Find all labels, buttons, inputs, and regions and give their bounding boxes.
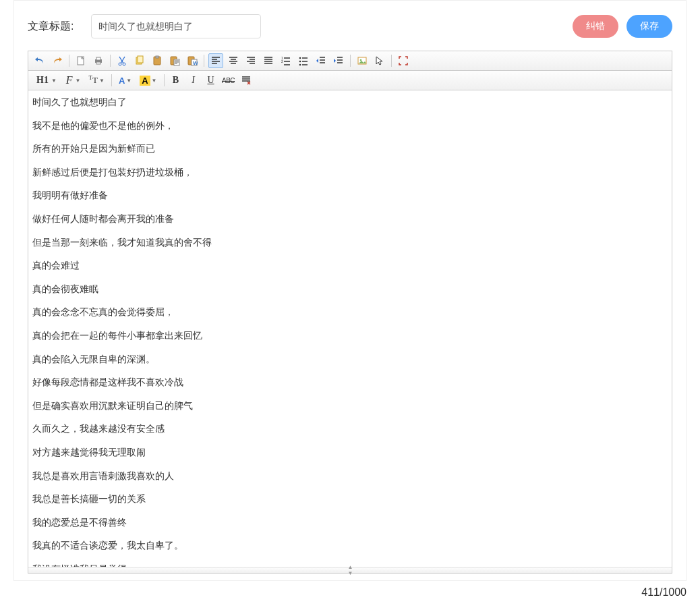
svg-rect-7 (138, 56, 143, 63)
svg-point-17 (299, 57, 301, 59)
paragraph[interactable]: 新鲜感过后便是打包装好扔进垃圾桶， (32, 166, 668, 179)
text-color-dropdown[interactable]: A▼ (117, 74, 133, 87)
cut-icon[interactable] (115, 53, 129, 68)
svg-point-21 (360, 59, 362, 61)
paragraph[interactable]: 但是当那一刻来临，我才知道我真的舍不得 (32, 236, 668, 250)
toolbar-row-1: W 12 (28, 51, 672, 71)
align-left-icon[interactable] (208, 53, 223, 68)
align-justify-icon[interactable] (261, 53, 276, 68)
print-icon[interactable] (91, 53, 106, 68)
insert-image-icon[interactable] (355, 53, 370, 68)
svg-text:2: 2 (281, 59, 283, 63)
save-button[interactable]: 保存 (626, 15, 672, 38)
article-title-input[interactable] (91, 14, 261, 38)
svg-text:W: W (193, 60, 198, 66)
highlight-color-dropdown[interactable]: A▼ (138, 74, 158, 87)
resize-handle[interactable]: ▲▼ (28, 567, 672, 573)
title-row: 文章标题: 纠错 保存 (28, 14, 672, 38)
paragraph[interactable]: 所有的开始只是因为新鲜而已 (32, 142, 668, 156)
italic-button[interactable]: I (186, 73, 201, 88)
indent-icon[interactable] (331, 53, 346, 68)
paragraph[interactable]: 我不是他的偏爱也不是他的例外， (32, 119, 668, 133)
paragraph[interactable]: 我的恋爱总是不得善终 (32, 516, 668, 530)
editor-card: 文章标题: 纠错 保存 W (13, 0, 687, 581)
paragraph[interactable]: 真的会把在一起的每件小事都拿出来回忆 (32, 329, 668, 343)
paragraph[interactable]: 好像每段恋情都是这样我不喜欢冷战 (32, 376, 668, 389)
font-family-dropdown[interactable]: F▼ (63, 74, 82, 87)
paragraph[interactable]: 时间久了也就想明白了 (32, 96, 668, 109)
char-count-max: 1000 (662, 586, 687, 598)
svg-rect-2 (96, 57, 100, 60)
align-right-icon[interactable] (243, 53, 258, 68)
paragraph[interactable]: 久而久之，我越来越没有安全感 (32, 422, 668, 436)
char-count-current: 411 (641, 586, 660, 598)
heading-dropdown[interactable]: H1▼ (34, 74, 58, 87)
title-label: 文章标题: (28, 20, 74, 34)
paragraph[interactable]: 真的会彻夜难眠 (32, 283, 668, 296)
grip-icon: ▲▼ (348, 564, 353, 576)
paste-text-icon[interactable] (167, 53, 182, 68)
paragraph[interactable]: 我总是喜欢用言语刺激我喜欢的人 (32, 470, 668, 483)
svg-point-18 (299, 61, 301, 63)
paste-special-icon[interactable]: W (185, 53, 200, 68)
clear-format-icon[interactable] (239, 73, 254, 88)
outdent-icon[interactable] (314, 53, 328, 68)
new-doc-icon[interactable] (74, 53, 88, 68)
select-element-icon[interactable] (372, 53, 387, 68)
underline-button[interactable]: U (204, 73, 218, 88)
svg-rect-9 (156, 56, 158, 58)
paragraph[interactable]: 我真的不适合谈恋爱，我太自卑了。 (32, 539, 668, 553)
paragraph[interactable]: 真的会难过 (32, 259, 668, 273)
svg-point-4 (119, 63, 121, 65)
paragraph[interactable]: 做好任何人随时都会离开我的准备 (32, 213, 668, 226)
paragraph[interactable]: 真的会陷入无限自卑的深渊。 (32, 353, 668, 366)
char-counter: 411/1000 (0, 581, 700, 609)
font-size-dropdown[interactable]: TT▼ (88, 74, 106, 87)
svg-point-19 (299, 64, 301, 66)
paragraph[interactable]: 真的会念念不忘真的会觉得委屈， (32, 306, 668, 319)
rich-text-editor: W 12 H1▼ F▼ TT▼ (28, 51, 672, 574)
unordered-list-icon[interactable] (296, 53, 311, 68)
svg-rect-3 (96, 62, 100, 64)
redo-icon[interactable] (50, 53, 65, 68)
paragraph[interactable]: 对方越来越觉得我无理取闹 (32, 446, 668, 460)
strikethrough-button[interactable]: ABC (221, 73, 236, 88)
paragraph[interactable]: 我明明有做好准备 (32, 189, 668, 202)
correct-button[interactable]: 纠错 (573, 15, 618, 38)
paragraph[interactable]: 但是确实喜欢用沉默来证明自己的脾气 (32, 399, 668, 413)
undo-icon[interactable] (32, 53, 47, 68)
paste-icon[interactable] (150, 53, 165, 68)
copy-icon[interactable] (132, 53, 147, 68)
editor-content[interactable]: 时间久了也就想明白了我不是他的偏爱也不是他的例外，所有的开始只是因为新鲜而已新鲜… (28, 90, 672, 567)
align-center-icon[interactable] (226, 53, 241, 68)
toolbar-row-2: H1▼ F▼ TT▼ A▼ A▼ B I U ABC (28, 71, 672, 90)
bold-button[interactable]: B (169, 73, 183, 88)
fullscreen-icon[interactable] (396, 53, 411, 68)
paragraph[interactable]: 我总是善长搞砸一切的关系 (32, 493, 668, 506)
ordered-list-icon[interactable]: 12 (279, 53, 293, 68)
svg-point-5 (123, 63, 125, 65)
